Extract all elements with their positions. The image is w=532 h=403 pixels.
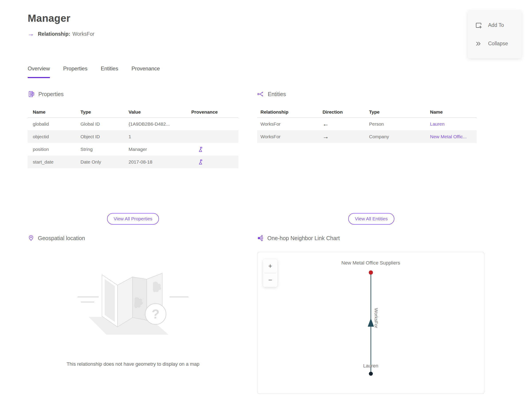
collapse-label: Collapse <box>488 41 508 47</box>
subtitle-label: Relationship: <box>38 31 70 37</box>
prop-name: globalid <box>33 121 81 127</box>
col-header-name: Name <box>33 109 81 115</box>
add-to-icon <box>475 21 482 29</box>
col-header-relationship: Relationship <box>260 109 323 115</box>
prop-name: position <box>33 147 81 152</box>
geospatial-section-title: Geospatial location <box>38 235 85 241</box>
relationship-overview-page: Manager → Relationship: WorksFor Add To <box>0 0 532 403</box>
properties-table-header: Name Type Value Provenance <box>28 106 238 118</box>
action-card: Add To Collapse <box>468 11 521 58</box>
prop-type: Object ID <box>81 134 129 139</box>
prop-type: String <box>81 147 129 152</box>
edge-direction-arrow <box>368 318 374 327</box>
col-header-direction: Direction <box>323 109 369 115</box>
node-company <box>369 271 373 275</box>
table-row: objectid Object ID 1 <box>28 130 238 143</box>
col-header-value: Value <box>129 109 191 115</box>
table-row: position String Manager <box>28 143 238 156</box>
prop-name: start_date <box>33 159 81 165</box>
tab-bar: Overview Properties Entities Provenance <box>28 65 160 78</box>
tab-entities[interactable]: Entities <box>101 65 118 78</box>
entities-table: Relationship Direction Type Name WorksFo… <box>257 106 477 143</box>
entity-type: Person <box>369 121 430 127</box>
tab-overview[interactable]: Overview <box>28 65 50 78</box>
add-to-button[interactable]: Add To <box>468 21 521 29</box>
properties-panel: Properties Name Type Value Provenance gl… <box>28 91 238 237</box>
link-chart-icon <box>257 235 264 241</box>
link-chart-panel: One-hop Neighbor Link Chart New Metal Of… <box>257 235 485 395</box>
zoom-out-button[interactable]: − <box>263 273 277 287</box>
geospatial-panel: Geospatial location ? This relationship … <box>28 235 238 390</box>
zoom-in-button[interactable]: + <box>263 259 277 273</box>
col-header-name: Name <box>430 109 477 115</box>
table-row: start_date Date Only 2017-08-18 <box>28 156 238 168</box>
prop-type: Global ID <box>81 121 129 127</box>
map-pin-icon <box>28 235 34 241</box>
subtitle-value: WorksFor <box>72 31 95 37</box>
properties-table: Name Type Value Provenance globalid Glob… <box>28 106 238 168</box>
no-geometry-map-illustration: ? <box>75 256 191 345</box>
page-title: Manager <box>28 12 95 24</box>
entity-relationship: WorksFor <box>260 121 323 127</box>
entities-section-header: Entities <box>257 91 485 98</box>
properties-section-title: Properties <box>38 91 64 98</box>
provenance-flag-icon[interactable] <box>191 146 238 152</box>
collapse-icon <box>475 40 482 47</box>
properties-icon <box>28 91 35 98</box>
prop-name: objectid <box>33 134 81 139</box>
view-all-properties-button[interactable]: View All Properties <box>107 213 159 225</box>
entities-icon <box>257 91 264 98</box>
page-header: Manager → Relationship: WorksFor <box>28 12 95 37</box>
col-header-type: Type <box>369 109 430 115</box>
col-header-type: Type <box>81 109 129 115</box>
zoom-control: + − <box>263 259 277 287</box>
tab-provenance[interactable]: Provenance <box>132 65 160 78</box>
collapse-button[interactable]: Collapse <box>468 40 521 47</box>
prop-value: 2017-08-18 <box>129 159 191 165</box>
table-row: WorksFor ← Person Lauren <box>257 118 477 130</box>
entities-section-title: Entities <box>268 91 286 98</box>
svg-text:?: ? <box>152 307 159 321</box>
direction-right-arrow-icon: → <box>323 133 369 140</box>
entity-name-link[interactable]: New Metal Offic... <box>430 134 477 139</box>
table-row: WorksFor → Company New Metal Offic... <box>257 130 477 143</box>
relationship-arrow-icon: → <box>28 31 34 37</box>
entity-name-link[interactable]: Lauren <box>430 121 477 127</box>
link-chart-section-title: One-hop Neighbor Link Chart <box>267 235 340 241</box>
prop-value: {1A9DB2B6-D482... <box>129 121 191 127</box>
view-all-entities-button[interactable]: View All Entities <box>348 213 394 225</box>
entities-panel: Entities Relationship Direction Type Nam… <box>257 91 485 237</box>
link-chart-section-header: One-hop Neighbor Link Chart <box>257 235 485 241</box>
provenance-flag-icon[interactable] <box>191 159 238 165</box>
tab-properties[interactable]: Properties <box>63 65 87 78</box>
entities-table-header: Relationship Direction Type Name <box>257 106 477 118</box>
prop-value: 1 <box>129 134 191 139</box>
node-person <box>369 372 373 376</box>
direction-left-arrow-icon: ← <box>323 121 369 128</box>
table-row: globalid Global ID {1A9DB2B6-D482... <box>28 118 238 130</box>
geospatial-section-header: Geospatial location <box>28 235 238 241</box>
breadcrumb: → Relationship: WorksFor <box>28 31 95 37</box>
prop-type: Date Only <box>81 159 129 165</box>
link-chart-canvas[interactable]: New Metal Office Suppliers WorksFor Laur… <box>257 252 484 394</box>
col-header-provenance: Provenance <box>191 109 238 115</box>
no-geometry-message: This relationship does not have geometry… <box>28 361 238 367</box>
prop-value: Manager <box>129 147 191 152</box>
entity-type: Company <box>369 134 430 139</box>
properties-section-header: Properties <box>28 91 238 98</box>
entity-relationship: WorksFor <box>260 134 323 139</box>
add-to-label: Add To <box>488 22 504 28</box>
